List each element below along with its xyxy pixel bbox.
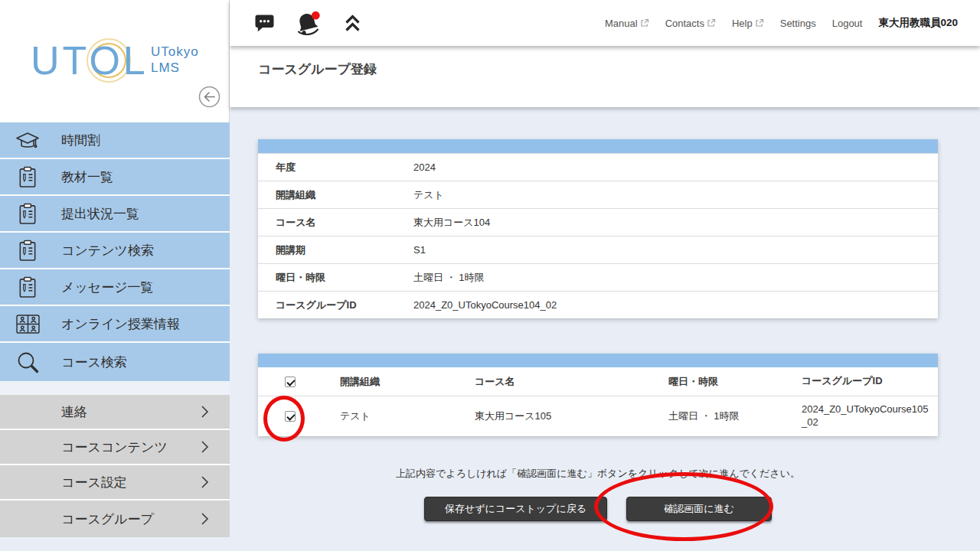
logout-link-label: Logout (832, 18, 863, 29)
sidebar-item-course-settings[interactable]: コース設定 (0, 465, 230, 500)
logout-link[interactable]: Logout (832, 18, 863, 29)
chevron-right-icon (201, 475, 209, 489)
help-link-label: Help (732, 18, 753, 29)
notification-dot (312, 11, 320, 19)
row-label: 曜日・時限 (258, 271, 413, 285)
column-header: 開講組織 (322, 375, 467, 389)
sidebar-course-menu: 連絡 コースコンテンツ コース設定 コースグループ (0, 395, 230, 537)
sidebar-section-divider (0, 381, 230, 395)
titlebar: コースグループ登録 (230, 46, 980, 107)
sidebar-item-course-search[interactable]: コース検索 (0, 343, 230, 381)
external-link-icon (755, 18, 764, 28)
settings-link[interactable]: Settings (780, 18, 816, 29)
table-row: コース名 東大用コース104 (258, 208, 938, 236)
manual-link[interactable]: Manual (605, 18, 649, 29)
sidebar-item-course-contents[interactable]: コースコンテンツ (0, 430, 230, 465)
sidebar-item-label: 教材一覧 (61, 168, 113, 186)
table-row: 開講期 S1 (258, 236, 938, 263)
column-header: コースグループID (792, 375, 938, 388)
sidebar-item-label: コース設定 (61, 474, 201, 491)
chevron-right-icon (201, 512, 209, 526)
sidebar-item-contact[interactable]: 連絡 (0, 395, 230, 430)
chevron-right-icon (201, 440, 209, 454)
cell-group-id: 2024_Z0_UTokyoCourse105_02 (792, 403, 938, 429)
table-row: 開講組織 テスト (258, 181, 938, 208)
topbar: Manual Contacts Help (230, 0, 980, 46)
utol-logo-subtitle: UTokyo LMS (151, 44, 199, 77)
row-checkbox[interactable] (285, 411, 296, 422)
collapse-header-icon[interactable] (343, 13, 362, 33)
instruction-text: 上記内容でよろしければ「確認画面に進む」ボタンをクリックして次に進んでください。 (258, 467, 938, 481)
row-value: 2024_Z0_UTokyoCourse104_02 (413, 299, 557, 311)
table-row: コースグループID 2024_Z0_UTokyoCourse104_02 (258, 291, 938, 318)
course-info-table: 年度 2024 開講組織 テスト コース名 東大用コース104 開講期 S1 曜… (258, 139, 938, 318)
utol-logo: UTOL (31, 37, 149, 83)
cell-schedule: 土曜日 ・ 1時限 (658, 409, 792, 423)
table-row: テスト 東大用コース105 土曜日 ・ 1時限 2024_Z0_UTokyoCo… (258, 396, 938, 436)
row-label: 開講期 (258, 243, 413, 257)
sidebar: UTOL UTokyo LMS (0, 0, 230, 551)
topbar-links: Manual Contacts Help (605, 16, 980, 30)
online-class-icon (15, 314, 41, 334)
button-row: 保存せずにコーストップに戻る 確認画面に進む (258, 497, 938, 521)
back-to-course-top-button[interactable]: 保存せずにコーストップに戻る (424, 497, 607, 521)
logo-area: UTOL UTokyo LMS (0, 0, 230, 122)
graduation-cap-icon (15, 130, 41, 151)
username: 東大用教職員020 (878, 16, 958, 30)
clipboard-icon (15, 276, 41, 298)
main-area: Manual Contacts Help (230, 0, 980, 551)
chat-icon[interactable] (254, 14, 275, 32)
row-label: 年度 (258, 161, 413, 174)
footer-block: 上記内容でよろしければ「確認画面に進む」ボタンをクリックして次に進んでください。… (258, 467, 938, 521)
external-link-icon (640, 18, 649, 28)
table-header-row: 開講組織 コース名 曜日・時限 コースグループID (258, 367, 938, 396)
proceed-to-confirmation-button[interactable]: 確認画面に進む (626, 497, 772, 521)
sidebar-item-course-group[interactable]: コースグループ (0, 500, 230, 537)
sidebar-item-materials[interactable]: 教材一覧 (0, 159, 230, 196)
clipboard-icon (15, 203, 41, 225)
row-value: 2024 (413, 161, 436, 173)
clipboard-icon (15, 166, 41, 188)
row-label: 開講組織 (258, 188, 413, 202)
column-header: 曜日・時限 (658, 375, 792, 389)
sidebar-item-online-class-info[interactable]: オンライン授業情報 (0, 306, 230, 343)
table-row: 年度 2024 (258, 153, 938, 181)
notification-bell-icon[interactable] (296, 11, 322, 36)
sidebar-item-label: コース検索 (61, 354, 127, 371)
sidebar-item-submission-status[interactable]: 提出状況一覧 (0, 196, 230, 233)
row-label: コースグループID (258, 298, 413, 312)
table-row: 曜日・時限 土曜日 ・ 1時限 (258, 263, 938, 291)
help-link[interactable]: Help (732, 18, 764, 29)
logo-subtitle-line2: LMS (151, 60, 199, 76)
sidebar-item-label: 提出状況一覧 (61, 205, 139, 223)
row-value: 土曜日 ・ 1時限 (413, 271, 484, 285)
topbar-icons (230, 11, 362, 36)
search-icon (15, 350, 41, 373)
sidebar-item-label: 時間割 (61, 132, 100, 149)
settings-link-label: Settings (780, 18, 816, 29)
sidebar-item-label: オンライン授業情報 (61, 315, 180, 333)
manual-link-label: Manual (605, 18, 638, 29)
sidebar-item-content-search[interactable]: コンテンツ検索 (0, 233, 230, 269)
back-arrow-icon (198, 86, 220, 108)
row-value: テスト (413, 188, 444, 202)
sidebar-item-label: 連絡 (61, 403, 201, 421)
external-link-icon (707, 18, 716, 28)
sidebar-item-message-list[interactable]: メッセージ一覧 (0, 269, 230, 306)
table-header-bar (258, 354, 938, 367)
sidebar-item-label: コンテンツ検索 (61, 242, 154, 259)
sidebar-main-menu: 時間割 教材一覧 (0, 122, 230, 381)
utol-lms-app: UTOL UTokyo LMS (0, 0, 980, 551)
sidebar-item-timetable[interactable]: 時間割 (0, 122, 230, 159)
row-value: S1 (413, 244, 426, 256)
content-area: 年度 2024 開講組織 テスト コース名 東大用コース104 開講期 S1 曜… (230, 107, 980, 551)
sidebar-collapse-button[interactable] (198, 86, 220, 108)
sidebar-item-label: メッセージ一覧 (61, 279, 154, 296)
table-header-bar (258, 139, 938, 153)
sidebar-item-label: コースコンテンツ (61, 439, 201, 456)
select-all-checkbox[interactable] (285, 377, 296, 387)
sidebar-item-label: コースグループ (61, 510, 201, 528)
contacts-link-label: Contacts (665, 18, 704, 29)
chevron-right-icon (201, 405, 209, 419)
contacts-link[interactable]: Contacts (665, 18, 716, 29)
